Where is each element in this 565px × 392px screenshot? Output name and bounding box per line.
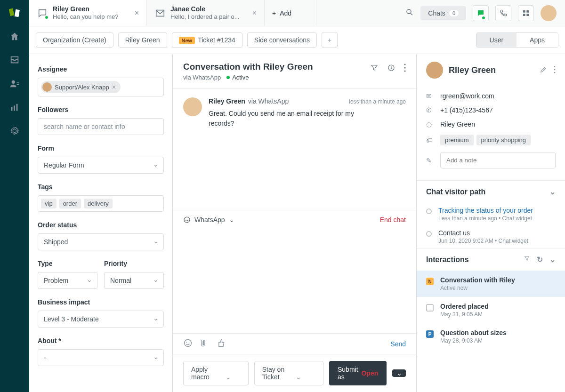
- home-icon[interactable]: [9, 31, 20, 42]
- message-author: Riley Green: [209, 97, 245, 105]
- brand-logo: [8, 7, 21, 19]
- svg-rect-5: [16, 104, 18, 111]
- form-select[interactable]: Regular Form: [38, 157, 164, 174]
- assignee-field[interactable]: Support/Alex Knapp×: [38, 78, 164, 96]
- more-icon[interactable]: [404, 64, 406, 73]
- phone-icon: ✆: [426, 106, 434, 114]
- org-tab[interactable]: Organization (Create): [36, 32, 113, 48]
- end-chat-link[interactable]: End chat: [380, 216, 406, 224]
- add-context-tab[interactable]: +: [322, 32, 338, 48]
- impact-select[interactable]: Level 3 - Moderate: [38, 311, 164, 328]
- path-item[interactable]: Contact usJun 10, 2020 9:02 AM • Chat wi…: [417, 225, 565, 248]
- filter-icon[interactable]: [524, 255, 530, 264]
- priority-select[interactable]: Normal: [104, 272, 164, 289]
- messaging-icon[interactable]: [473, 5, 489, 21]
- apply-macro-select[interactable]: Apply macro: [183, 361, 249, 385]
- about-select[interactable]: -: [38, 349, 164, 366]
- followers-label: Followers: [38, 106, 164, 113]
- compose-area[interactable]: [173, 229, 416, 333]
- conversation-title: Conversation with Riley Green: [183, 62, 370, 72]
- channel-select[interactable]: WhatsApp⌄: [183, 216, 234, 224]
- attachment-icon[interactable]: [200, 338, 209, 349]
- search-icon[interactable]: [405, 8, 414, 18]
- svg-rect-10: [523, 14, 525, 16]
- history-icon[interactable]: [387, 64, 396, 73]
- chat-icon: [37, 8, 48, 19]
- svg-rect-9: [526, 10, 529, 13]
- interaction-item[interactable]: PQuestion about sizesMay 28, 9:03 AM: [417, 323, 565, 350]
- tag-chip: priority shopping: [476, 135, 531, 145]
- order-status-select[interactable]: Shipped: [38, 233, 164, 250]
- assignee-label: Assignee: [38, 65, 164, 73]
- emoji-icon[interactable]: [183, 338, 193, 349]
- more-icon[interactable]: [554, 66, 556, 75]
- message-time: less than a minute ago: [349, 98, 406, 105]
- tag-chip[interactable]: vip: [41, 199, 56, 208]
- close-icon[interactable]: ×: [252, 9, 257, 17]
- interaction-item[interactable]: NConversation with RileyActive now: [417, 271, 565, 297]
- type-select[interactable]: Problem: [38, 272, 97, 289]
- ticket-tab[interactable]: NewTicket #1234: [172, 32, 242, 48]
- submit-button[interactable]: Submit as Open: [329, 361, 387, 385]
- nav-rail: [0, 0, 29, 392]
- remove-icon[interactable]: ×: [112, 83, 116, 91]
- svg-point-2: [12, 80, 15, 84]
- avatar: [183, 97, 202, 116]
- reports-icon[interactable]: [9, 102, 20, 113]
- right-panel-toggle: User Apps: [476, 32, 558, 48]
- close-icon[interactable]: ×: [135, 9, 139, 17]
- apps-segment[interactable]: Apps: [517, 33, 558, 47]
- svg-rect-1: [15, 9, 20, 17]
- filter-icon[interactable]: [370, 64, 379, 73]
- note-input[interactable]: [440, 152, 556, 168]
- path-item[interactable]: Tracking the status of your orderLess th…: [417, 203, 565, 225]
- interaction-item[interactable]: Ordered placedMay 31, 9:05 AM: [417, 297, 565, 323]
- message: Riley Green via WhatsAppless than a minu…: [183, 97, 406, 128]
- visitor-path-header[interactable]: Chat visitor path⌄: [417, 180, 565, 203]
- profile-phone: +1 (415)123-4567: [440, 106, 493, 114]
- footer-actions: Apply macro Stay on Ticket Submit as Ope…: [173, 354, 416, 392]
- tab-subtitle: Hello, can you help me?: [53, 13, 118, 21]
- side-conversations-tab[interactable]: Side conversations: [247, 32, 317, 48]
- user-segment[interactable]: User: [476, 33, 517, 47]
- customers-icon[interactable]: [9, 78, 20, 89]
- tab-email-janae[interactable]: Janae ColeHello, I ordered a pair o... ×: [147, 0, 265, 26]
- mail-icon: [154, 8, 166, 19]
- settings-icon[interactable]: [9, 125, 20, 136]
- add-tab[interactable]: + Add: [265, 0, 316, 26]
- tag-chip: premium: [440, 135, 474, 145]
- about-label: About *: [38, 337, 164, 344]
- send-link[interactable]: Send: [390, 340, 406, 348]
- phone-icon[interactable]: [495, 5, 511, 21]
- tab-chat-riley[interactable]: Riley GreenHello, can you help me? ×: [29, 0, 147, 26]
- channel-row: WhatsApp⌄ End chat: [173, 210, 416, 229]
- conversation-panel: Conversation with Riley Green via WhatsA…: [173, 54, 417, 392]
- thumbs-up-icon[interactable]: [216, 338, 226, 349]
- new-badge: New: [179, 37, 195, 44]
- assignee-chip: Support/Alex Knapp×: [41, 81, 121, 93]
- order-status-label: Order status: [38, 221, 164, 229]
- chats-button[interactable]: Chats0: [420, 6, 466, 20]
- tags-field[interactable]: vip order delivery: [38, 195, 164, 212]
- requester-tab[interactable]: Riley Green: [118, 32, 167, 48]
- tag-chip[interactable]: order: [59, 199, 81, 208]
- stay-on-ticket-select[interactable]: Stay on Ticket: [254, 361, 323, 385]
- svg-point-7: [407, 9, 411, 14]
- mail-icon: ✉: [426, 92, 434, 100]
- svg-point-18: [186, 342, 187, 343]
- context-panel: Riley Green ✉rgreen@work.com ✆+1 (415)12…: [417, 54, 565, 392]
- edit-icon[interactable]: [540, 66, 547, 75]
- submit-dropdown[interactable]: ⌄: [392, 369, 406, 377]
- svg-point-20: [554, 66, 556, 67]
- apps-grid-icon[interactable]: [518, 5, 534, 21]
- tab-title: Riley Green: [53, 5, 118, 13]
- svg-point-13: [404, 64, 405, 65]
- interactions-header[interactable]: Interactions↻⌄: [417, 248, 565, 271]
- whatsapp-icon: ◌: [426, 120, 434, 128]
- tags-label: Tags: [38, 183, 164, 191]
- tag-chip[interactable]: delivery: [84, 199, 113, 208]
- followers-input[interactable]: [38, 118, 164, 135]
- user-avatar[interactable]: [541, 5, 557, 21]
- refresh-icon[interactable]: ↻: [537, 255, 543, 264]
- inbox-icon[interactable]: [9, 55, 20, 66]
